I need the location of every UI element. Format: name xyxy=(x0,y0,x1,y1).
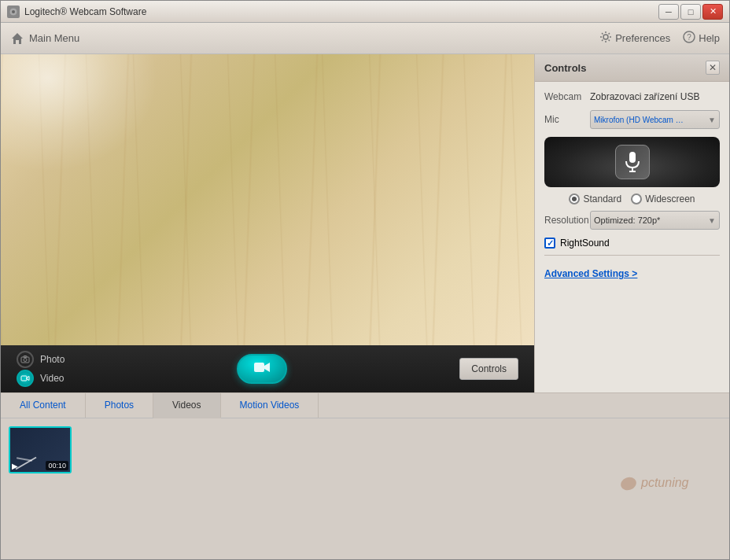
thumbnail-video-icon: ▶ xyxy=(12,462,18,470)
watermark: pctuning xyxy=(619,470,713,497)
tab-videos[interactable]: Videos xyxy=(153,393,220,418)
video-panel: Photo Video xyxy=(1,54,534,392)
preferences-button[interactable]: Preferences xyxy=(599,31,670,46)
main-content: Photo Video xyxy=(1,54,729,559)
rightsound-checkbox[interactable] xyxy=(544,238,555,249)
tab-photos[interactable]: Photos xyxy=(86,393,153,418)
record-icon xyxy=(253,360,271,378)
photo-label: Photo xyxy=(40,354,65,365)
mic-dropdown-arrow: ▼ xyxy=(708,116,716,124)
toolbar-right: Preferences ? Help xyxy=(599,31,720,46)
main-menu-label: Main Menu xyxy=(29,32,79,44)
mic-dropdown-value: Mikrofon (HD Webcam C270) xyxy=(594,116,688,124)
rightsound-label: RightSound xyxy=(560,238,610,249)
separator xyxy=(544,255,720,256)
maximize-button[interactable]: □ xyxy=(680,4,701,20)
help-icon: ? xyxy=(683,31,695,46)
widescreen-label: Widescreen xyxy=(645,193,695,204)
window-title: Logitech® Webcam Software xyxy=(24,6,658,17)
resolution-dropdown[interactable]: Optimized: 720p* ▼ xyxy=(590,211,720,230)
photo-mode-indicator xyxy=(17,351,34,368)
webcam-value: Zobrazovaci zařízení USB xyxy=(590,91,720,102)
bottom-area: All Content Photos Videos Motion Videos … xyxy=(1,392,729,505)
controls-header: Controls ✕ xyxy=(535,54,729,82)
main-menu-button[interactable]: Main Menu xyxy=(10,31,79,46)
video-mode-indicator xyxy=(17,370,34,387)
format-radio-group: Standard Widescreen xyxy=(544,193,720,204)
resolution-label: Resolution xyxy=(544,215,584,226)
standard-radio-indicator xyxy=(569,193,580,204)
mic-area xyxy=(544,137,720,187)
webcam-row: Webcam Zobrazovaci zařízení USB xyxy=(544,91,720,102)
record-button[interactable] xyxy=(237,354,287,384)
video-feed xyxy=(1,54,534,345)
video-thumbnail[interactable]: ▶ 00:10 xyxy=(9,426,72,473)
gear-icon xyxy=(599,31,612,46)
help-label: Help xyxy=(699,32,720,44)
webcam-label: Webcam xyxy=(544,91,584,102)
svg-text:?: ? xyxy=(687,33,691,42)
svg-point-2 xyxy=(603,35,608,39)
toolbar: Main Menu Preferences ? xyxy=(1,23,729,54)
close-button[interactable]: ✕ xyxy=(702,4,723,20)
standard-label: Standard xyxy=(583,193,621,204)
help-button[interactable]: ? Help xyxy=(683,31,720,46)
advanced-settings-link[interactable]: Advanced Settings > xyxy=(544,262,720,286)
mic-row: Mic Mikrofon (HD Webcam C270) ▼ xyxy=(544,110,720,129)
svg-point-1 xyxy=(12,10,15,13)
controls-body: Webcam Zobrazovaci zařízení USB Mic Mikr… xyxy=(535,82,729,392)
svg-rect-10 xyxy=(629,152,636,163)
video-controls-bar: Photo Video xyxy=(1,345,534,392)
widescreen-radio-indicator xyxy=(631,193,642,204)
mic-button[interactable] xyxy=(615,145,650,179)
home-icon xyxy=(10,31,24,46)
svg-point-13 xyxy=(619,475,638,492)
svg-rect-9 xyxy=(254,363,264,372)
preferences-label: Preferences xyxy=(615,32,670,44)
photo-mode[interactable]: Photo xyxy=(17,351,65,368)
mic-dropdown[interactable]: Mikrofon (HD Webcam C270) ▼ xyxy=(590,110,720,129)
svg-text:pctuning: pctuning xyxy=(640,476,689,489)
mic-label: Mic xyxy=(544,114,584,125)
tab-motion-videos[interactable]: Motion Videos xyxy=(221,393,319,418)
rightsound-row: RightSound xyxy=(544,238,720,249)
widescreen-radio[interactable]: Widescreen xyxy=(631,193,695,204)
capture-modes: Photo Video xyxy=(17,351,65,387)
app-window: Logitech® Webcam Software ─ □ ✕ Main Men… xyxy=(0,0,730,560)
resolution-dropdown-arrow: ▼ xyxy=(708,216,716,225)
app-icon xyxy=(7,6,20,18)
svg-rect-8 xyxy=(21,376,27,381)
window-controls: ─ □ ✕ xyxy=(658,4,723,20)
tab-all-content[interactable]: All Content xyxy=(1,393,86,418)
video-mode[interactable]: Video xyxy=(17,370,65,387)
resolution-row: Resolution Optimized: 720p* ▼ xyxy=(544,211,720,230)
content-area: ▶ 00:10 pctuning xyxy=(1,418,729,505)
thumbnail-timestamp: 00:10 xyxy=(46,461,68,470)
controls-button[interactable]: Controls xyxy=(459,358,518,380)
title-bar: Logitech® Webcam Software ─ □ ✕ xyxy=(1,1,729,23)
controls-close-button[interactable]: ✕ xyxy=(706,61,720,75)
resolution-value: Optimized: 720p* xyxy=(594,216,660,225)
controls-panel-title: Controls xyxy=(544,62,586,74)
tabs-row: All Content Photos Videos Motion Videos xyxy=(1,393,729,418)
svg-point-6 xyxy=(24,359,27,362)
minimize-button[interactable]: ─ xyxy=(658,4,679,20)
video-area: Photo Video xyxy=(1,54,729,392)
controls-panel: Controls ✕ Webcam Zobrazovaci zařízení U… xyxy=(534,54,729,392)
video-label: Video xyxy=(40,373,64,384)
standard-radio[interactable]: Standard xyxy=(569,193,621,204)
